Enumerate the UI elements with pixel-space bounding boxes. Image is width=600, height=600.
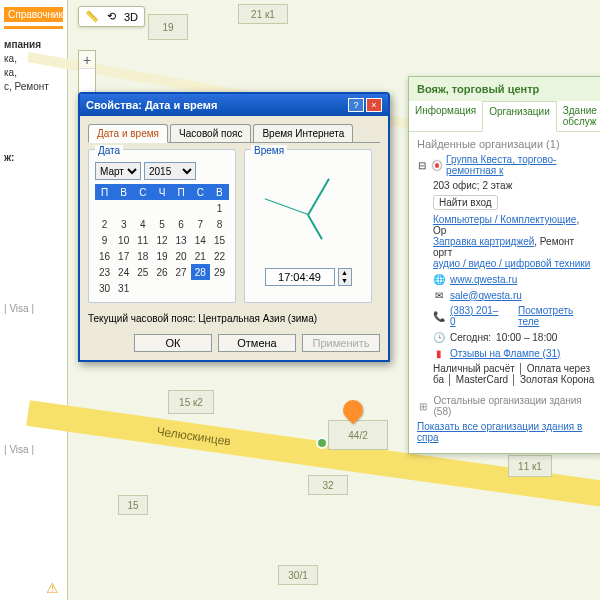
- calendar-day[interactable]: 9: [95, 232, 114, 248]
- calendar-day[interactable]: 1: [210, 200, 229, 216]
- calendar-day[interactable]: 4: [133, 216, 152, 232]
- left-sidebar: Справочники мпания ка, ка, с, Ремонт ж: …: [0, 0, 68, 600]
- year-select[interactable]: 2015: [144, 162, 196, 180]
- ok-button[interactable]: ОК: [134, 334, 212, 352]
- building[interactable]: 32: [308, 475, 348, 495]
- calendar-day[interactable]: 30: [95, 280, 114, 296]
- building[interactable]: 15: [118, 495, 148, 515]
- month-select[interactable]: Март: [95, 162, 141, 180]
- hours-value: 10:00 – 18:00: [496, 332, 557, 343]
- reviews-link[interactable]: Отзывы на Флампе (31): [450, 348, 560, 359]
- zoom-in-button[interactable]: +: [79, 51, 95, 69]
- calendar-day[interactable]: 20: [171, 248, 190, 264]
- category-link[interactable]: Компьютеры / Комплектующие: [433, 214, 576, 225]
- phone-more-link[interactable]: Посмотреть теле: [518, 305, 595, 327]
- calendar-day[interactable]: 2: [95, 216, 114, 232]
- rest-orgs-label: Остальные организации здания (58): [433, 395, 595, 417]
- calendar-day[interactable]: 6: [171, 216, 190, 232]
- calendar-day[interactable]: 3: [114, 216, 133, 232]
- warning-icon[interactable]: ⚠: [46, 580, 59, 596]
- calendar-day[interactable]: 18: [133, 248, 152, 264]
- calendar-day[interactable]: 25: [133, 264, 152, 280]
- building[interactable]: 15 к2: [168, 390, 214, 414]
- org-link[interactable]: Группа Квеста, торгово-ремонтная к: [446, 154, 595, 176]
- calendar-day[interactable]: 24: [114, 264, 133, 280]
- date-label: Дата: [95, 145, 123, 156]
- calendar-day[interactable]: 10: [114, 232, 133, 248]
- map-pin-icon[interactable]: [343, 400, 363, 428]
- tab-service[interactable]: Здание обслуж: [557, 101, 600, 131]
- timezone-text: Текущий часовой пояс: Центральная Азия (…: [88, 313, 380, 324]
- category-link[interactable]: аудио / видео / цифровой техники: [433, 258, 590, 269]
- dialog-titlebar[interactable]: Свойства: Дата и время ? ×: [80, 94, 388, 116]
- 3d-toggle[interactable]: 3D: [124, 11, 138, 23]
- tab-orgs[interactable]: Организации: [482, 101, 556, 132]
- calendar-day: [133, 280, 152, 296]
- tab-info[interactable]: Информация: [409, 101, 482, 131]
- calendar-day[interactable]: 15: [210, 232, 229, 248]
- calendar-day[interactable]: 7: [191, 216, 210, 232]
- sidebar-footer: | Visa |: [4, 303, 63, 314]
- calendar-day: [171, 200, 190, 216]
- help-button[interactable]: ?: [348, 98, 364, 112]
- calendar-day[interactable]: 5: [152, 216, 171, 232]
- analog-clock: [253, 164, 363, 264]
- building[interactable]: 19: [148, 14, 188, 40]
- time-input[interactable]: [265, 268, 335, 286]
- calendar-day[interactable]: 31: [114, 280, 133, 296]
- hour-hand: [307, 215, 323, 240]
- calendar-day[interactable]: 22: [210, 248, 229, 264]
- sidebar-item[interactable]: ка,: [4, 67, 63, 78]
- sidebar-item[interactable]: с, Ремонт: [4, 81, 63, 92]
- calendar-day[interactable]: 19: [152, 248, 171, 264]
- building[interactable]: 21 к1: [238, 4, 288, 24]
- compass-icon[interactable]: ⟲: [107, 10, 116, 23]
- flamp-icon: ▮: [433, 347, 445, 359]
- phone-link[interactable]: (383) 201–0: [450, 305, 503, 327]
- calendar-day: [152, 200, 171, 216]
- calendar-day[interactable]: 29: [210, 264, 229, 280]
- datetime-dialog: Свойства: Дата и время ? × Дата и время …: [78, 92, 390, 362]
- calendar-day[interactable]: 26: [152, 264, 171, 280]
- calendar-day[interactable]: 11: [133, 232, 152, 248]
- find-entry-button[interactable]: Найти вход: [433, 195, 498, 210]
- calendar-day[interactable]: 21: [191, 248, 210, 264]
- phone-icon: 📞: [433, 310, 445, 322]
- spinner-up[interactable]: ▲: [339, 269, 351, 277]
- email-link[interactable]: sale@qwesta.ru: [450, 290, 522, 301]
- calendar-day[interactable]: 14: [191, 232, 210, 248]
- calendar-day[interactable]: 8: [210, 216, 229, 232]
- spinner-down[interactable]: ▼: [339, 277, 351, 285]
- expand-icon[interactable]: ⊞: [417, 400, 428, 412]
- expand-icon[interactable]: ⊟: [417, 159, 428, 171]
- close-button[interactable]: ×: [366, 98, 382, 112]
- building[interactable]: 30/1: [278, 565, 318, 585]
- sidebar-group: ж:: [4, 152, 63, 163]
- tab-internet-time[interactable]: Время Интернета: [253, 124, 353, 142]
- bus-stop-icon[interactable]: [316, 437, 328, 449]
- calendar-day[interactable]: 27: [171, 264, 190, 280]
- calendar-day[interactable]: 17: [114, 248, 133, 264]
- second-hand: [265, 198, 309, 215]
- apply-button[interactable]: Применить: [302, 334, 380, 352]
- calendar-day[interactable]: 16: [95, 248, 114, 264]
- dow-header: Ч: [152, 184, 171, 200]
- tab-timezone[interactable]: Часовой пояс: [170, 124, 251, 142]
- building[interactable]: 11 к1: [508, 455, 552, 477]
- website-link[interactable]: www.qwesta.ru: [450, 274, 517, 285]
- org-pin-icon: [433, 161, 441, 170]
- cancel-button[interactable]: Отмена: [218, 334, 296, 352]
- ruler-icon[interactable]: 📏: [85, 10, 99, 23]
- calendar-day: [114, 200, 133, 216]
- time-group: Время ▲ ▼: [244, 149, 372, 303]
- tab-datetime[interactable]: Дата и время: [88, 124, 168, 143]
- calendar-day: [210, 280, 229, 296]
- calendar-day[interactable]: 28: [191, 264, 210, 280]
- panel-tabs: Информация Организации Здание обслуж: [409, 101, 600, 132]
- show-all-link[interactable]: Показать все организации здания в спра: [417, 421, 595, 443]
- calendar-day[interactable]: 23: [95, 264, 114, 280]
- calendar-day[interactable]: 13: [171, 232, 190, 248]
- calendar-day: [95, 200, 114, 216]
- calendar-day[interactable]: 12: [152, 232, 171, 248]
- category-link[interactable]: Заправка картриджей: [433, 236, 534, 247]
